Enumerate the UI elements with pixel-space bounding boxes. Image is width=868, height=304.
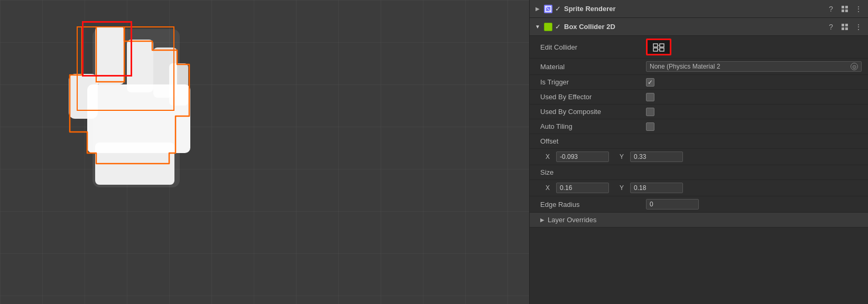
edge-radius-label: Edge Radius [540, 201, 646, 208]
svg-rect-15 [842, 24, 844, 26]
is-trigger-checkbox[interactable] [646, 78, 654, 87]
is-trigger-label: Is Trigger [540, 78, 646, 86]
auto-tiling-label: Auto Tiling [540, 122, 646, 130]
size-x-label: X [546, 184, 552, 192]
sprite-renderer-section: ▶ ✓ Sprite Renderer ? ⋮ [530, 0, 868, 18]
material-label: Material [540, 63, 646, 71]
svg-rect-16 [845, 24, 848, 26]
box-collider-actions: ? ⋮ [826, 22, 864, 32]
used-by-composite-row: Used By Composite [530, 104, 868, 119]
edit-collider-label: Edit Collider [540, 43, 646, 51]
svg-rect-13 [842, 10, 844, 12]
svg-rect-21 [653, 48, 658, 51]
box-collider-help-btn[interactable]: ? [826, 22, 836, 32]
is-trigger-value [646, 78, 862, 87]
used-by-effector-row: Used By Effector [530, 90, 868, 104]
auto-tiling-row: Auto Tiling [530, 119, 868, 134]
svg-line-10 [546, 6, 551, 12]
box-collider-settings-icon [841, 23, 848, 31]
collider-outline [63, 26, 201, 227]
box-collider-icon [543, 22, 553, 32]
box-collider-more-btn[interactable]: ⋮ [853, 22, 864, 32]
layer-overrides-row: ▶ Layer Overrides [530, 213, 868, 227]
svg-rect-8 [96, 26, 124, 82]
material-value: None (Physics Material 2 ⊙ [646, 61, 862, 72]
offset-xy-row: X Y [530, 149, 868, 165]
collider-edit-icon [652, 42, 665, 52]
used-by-composite-label: Used By Composite [540, 108, 646, 116]
edit-collider-button[interactable] [646, 39, 671, 55]
offset-label-row: Offset [530, 134, 868, 149]
offset-y-label: Y [620, 153, 626, 160]
sprite-renderer-settings-btn[interactable] [839, 4, 850, 14]
settings-icon [841, 5, 848, 13]
svg-rect-17 [842, 27, 844, 30]
box-collider-section: ▼ ✓ Box Collider 2D ? ⋮ [530, 18, 868, 36]
size-label: Size [540, 168, 646, 176]
offset-y-input[interactable] [630, 151, 683, 162]
svg-rect-19 [653, 44, 658, 47]
used-by-effector-checkbox[interactable] [646, 93, 654, 101]
used-by-effector-label: Used By Effector [540, 93, 646, 101]
edge-radius-input[interactable] [646, 199, 699, 210]
scene-viewport[interactable] [0, 0, 530, 304]
svg-rect-11 [842, 6, 844, 8]
sprite-renderer-more-btn[interactable]: ⋮ [853, 4, 864, 14]
layer-overrides-label: Layer Overrides [548, 216, 596, 224]
used-by-composite-checkbox[interactable] [646, 108, 654, 116]
inspector-panel: ▶ ✓ Sprite Renderer ? ⋮ [530, 0, 868, 304]
box-collider-title: Box Collider 2D [564, 23, 826, 31]
auto-tiling-value [646, 122, 862, 131]
used-by-effector-value [646, 93, 862, 101]
box-collider-enabled-check[interactable]: ✓ [555, 23, 561, 31]
size-y-label: Y [620, 184, 626, 192]
edge-radius-value [646, 199, 862, 210]
svg-rect-14 [845, 10, 848, 12]
svg-rect-18 [845, 27, 848, 30]
edit-collider-row: Edit Collider [530, 36, 868, 59]
sprite-renderer-help-btn[interactable]: ? [826, 4, 836, 14]
size-y-input[interactable] [630, 183, 683, 193]
box-collider-collapse-arrow[interactable]: ▼ [534, 23, 541, 31]
offset-x-input[interactable] [556, 151, 609, 162]
box-collider-properties: Edit Collider Material [530, 36, 868, 304]
size-xy-row: X Y [530, 180, 868, 196]
material-row: Material None (Physics Material 2 ⊙ [530, 59, 868, 75]
sprite-renderer-actions: ? ⋮ [826, 4, 864, 14]
size-x-input[interactable] [556, 183, 609, 193]
material-picker-btn[interactable]: ⊙ [851, 63, 858, 70]
material-field[interactable]: None (Physics Material 2 ⊙ [646, 61, 862, 72]
svg-rect-22 [660, 48, 664, 51]
sprite-renderer-icon [543, 4, 553, 14]
material-field-text: None (Physics Material 2 [650, 63, 720, 70]
box-collider-settings-btn[interactable] [839, 22, 850, 32]
sprite-renderer-enabled-check[interactable]: ✓ [555, 5, 561, 13]
offset-coord-group: X Y [546, 151, 683, 162]
svg-rect-12 [845, 6, 848, 8]
svg-rect-20 [660, 44, 664, 47]
offset-label: Offset [540, 137, 646, 145]
offset-x-label: X [546, 153, 552, 160]
sprite-renderer-collapse-arrow[interactable]: ▶ [534, 5, 541, 13]
sprite-renderer-title: Sprite Renderer [564, 5, 826, 13]
size-coord-group: X Y [546, 183, 683, 193]
sprite-icon [545, 6, 551, 12]
used-by-composite-value [646, 108, 862, 116]
size-label-row: Size [530, 165, 868, 180]
edge-radius-row: Edge Radius [530, 196, 868, 213]
edit-collider-value [646, 39, 862, 55]
auto-tiling-checkbox[interactable] [646, 122, 654, 131]
is-trigger-row: Is Trigger [530, 75, 868, 90]
layer-overrides-arrow[interactable]: ▶ [540, 217, 544, 223]
